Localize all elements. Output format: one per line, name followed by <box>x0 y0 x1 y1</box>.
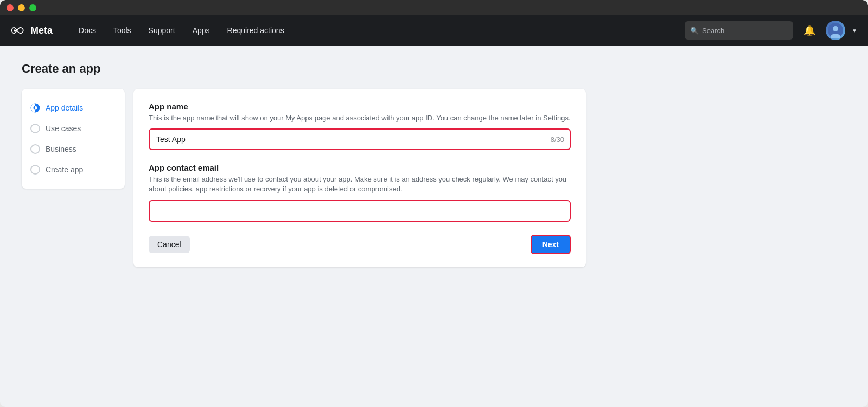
main-content: Create an app App details Use cases <box>0 46 868 407</box>
logo-text: Meta <box>30 25 53 36</box>
step-app-details-label: App details <box>46 104 83 112</box>
step-app-details[interactable]: App details <box>22 98 125 118</box>
avatar[interactable] <box>826 21 845 40</box>
app-name-title: App name <box>149 102 571 111</box>
step-create-app[interactable]: Create app <box>22 159 125 180</box>
step-use-cases-radio <box>30 124 40 133</box>
app-contact-email-input-wrapper <box>149 200 571 222</box>
step-business-radio <box>30 144 40 154</box>
create-app-container: App details Use cases Business Create ap… <box>22 89 586 267</box>
app-contact-email-input[interactable] <box>149 200 571 222</box>
search-icon: 🔍 <box>690 27 699 35</box>
next-button[interactable]: Next <box>531 235 571 254</box>
step-use-cases[interactable]: Use cases <box>22 118 125 139</box>
form-actions: Cancel Next <box>149 235 571 254</box>
search-input[interactable] <box>702 27 788 35</box>
app-contact-email-description: This is the email address we'll use to c… <box>149 175 571 194</box>
app-name-input[interactable] <box>149 128 571 150</box>
steps-sidebar: App details Use cases Business Create ap… <box>22 89 125 189</box>
step-create-app-radio <box>30 165 40 175</box>
avatar-icon <box>828 23 843 38</box>
maximize-button[interactable] <box>29 4 36 11</box>
navbar-right: 🔍 🔔 ▼ <box>685 21 857 40</box>
search-box[interactable]: 🔍 <box>685 21 793 40</box>
char-count: 8/30 <box>551 135 564 144</box>
navbar-links: Docs Tools Support Apps Required actions <box>70 15 685 46</box>
svg-point-1 <box>833 26 838 31</box>
nav-apps[interactable]: Apps <box>184 15 219 46</box>
step-business[interactable]: Business <box>22 139 125 159</box>
notification-bell-icon[interactable]: 🔔 <box>800 21 819 40</box>
titlebar <box>0 0 868 15</box>
avatar-chevron-icon[interactable]: ▼ <box>852 28 857 34</box>
nav-tools[interactable]: Tools <box>105 15 140 46</box>
close-button[interactable] <box>7 4 14 11</box>
navbar: Meta Docs Tools Support Apps Required ac… <box>0 15 868 46</box>
logo[interactable]: Meta <box>11 23 53 38</box>
meta-logo-icon <box>11 23 26 38</box>
step-create-app-label: Create app <box>46 165 83 174</box>
form-panel: App name This is the app name that will … <box>133 89 586 267</box>
cancel-button[interactable]: Cancel <box>149 236 190 253</box>
nav-docs[interactable]: Docs <box>70 15 105 46</box>
app-name-description: This is the app name that will show on y… <box>149 113 571 123</box>
app-contact-email-section: App contact email This is the email addr… <box>149 163 571 221</box>
step-business-label: Business <box>46 145 76 153</box>
step-active-icon <box>30 103 40 113</box>
app-name-section: App name This is the app name that will … <box>149 102 571 150</box>
nav-support[interactable]: Support <box>140 15 184 46</box>
minimize-button[interactable] <box>18 4 25 11</box>
app-contact-email-title: App contact email <box>149 163 571 172</box>
nav-required-actions[interactable]: Required actions <box>219 15 293 46</box>
page-title: Create an app <box>22 62 846 76</box>
step-use-cases-label: Use cases <box>46 124 81 133</box>
app-name-input-wrapper: 8/30 <box>149 128 571 150</box>
